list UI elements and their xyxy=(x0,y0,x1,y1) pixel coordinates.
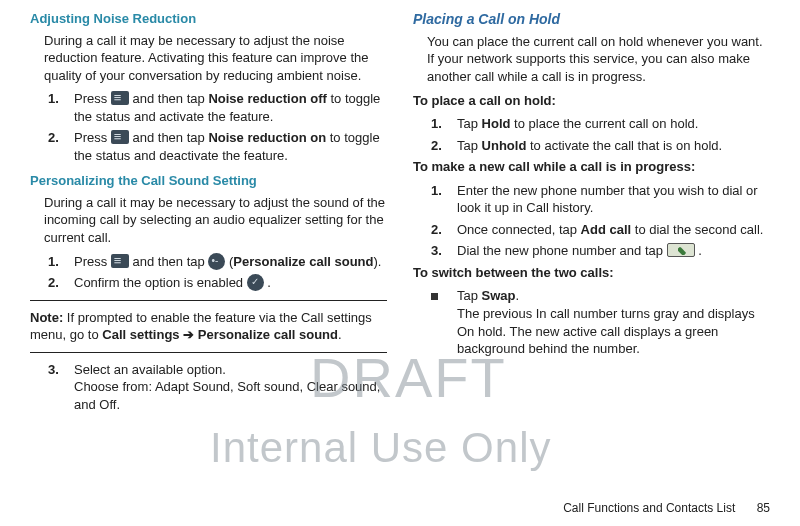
text: Tap xyxy=(457,138,482,153)
subheading-switch-calls: To switch between the two calls: xyxy=(413,264,770,282)
text: and then tap xyxy=(132,130,208,145)
text: Tap xyxy=(457,116,482,131)
page-number: 85 xyxy=(757,501,770,515)
step-number: 2. xyxy=(431,221,457,239)
note-label: Note: xyxy=(30,310,63,325)
heading-placing-hold: Placing a Call on Hold xyxy=(413,10,770,29)
watermark-internal: Internal Use Only xyxy=(210,420,551,477)
text: Press xyxy=(74,130,111,145)
noise-on-label: Noise reduction on xyxy=(208,130,326,145)
phone-call-icon xyxy=(667,243,695,257)
step-number: 1. xyxy=(48,253,74,271)
hold-step-1: 1. Tap Hold to place the current call on… xyxy=(431,115,770,133)
note: Note: If prompted to enable the feature … xyxy=(30,309,387,344)
bullet-square-icon xyxy=(431,287,457,357)
menu-icon xyxy=(111,254,129,268)
equalizer-icon xyxy=(208,253,225,270)
text: to activate the call that is on hold. xyxy=(526,138,722,153)
hold-step-2: 2. Tap Unhold to activate the call that … xyxy=(431,137,770,155)
step-number: 1. xyxy=(48,90,74,125)
newcall-step-1: 1. Enter the new phone number that you w… xyxy=(431,182,770,217)
footer-chapter: Call Functions and Contacts List xyxy=(563,501,735,515)
sound-step-3: 3. Select an available option. Choose fr… xyxy=(48,361,387,414)
text: Once connected, tap xyxy=(457,222,581,237)
step-3-line-2: Choose from: Adapt Sound, Soft sound, Cl… xyxy=(74,378,387,413)
heading-personalize-sound: Personalizing the Call Sound Setting xyxy=(30,172,387,190)
add-call-label: Add call xyxy=(581,222,632,237)
swap-description: The previous In call number turns gray a… xyxy=(457,305,770,358)
text: . xyxy=(516,288,520,303)
personalize-label: Personalize call sound xyxy=(233,254,373,269)
menu-icon xyxy=(111,130,129,144)
step-number: 2. xyxy=(48,274,74,292)
sound-step-1: 1. Press and then tap (Personalize call … xyxy=(48,253,387,271)
text: ). xyxy=(374,254,382,269)
noise-step-2: 2. Press and then tap Noise reduction on… xyxy=(48,129,387,164)
text: to dial the second call. xyxy=(631,222,763,237)
hold-label: Hold xyxy=(482,116,511,131)
newcall-step-2: 2. Once connected, tap Add call to dial … xyxy=(431,221,770,239)
menu-icon xyxy=(111,91,129,105)
hold-intro: You can place the current call on hold w… xyxy=(427,33,770,86)
step-number: 2. xyxy=(48,129,74,164)
step-number: 3. xyxy=(48,361,74,414)
text: . xyxy=(698,243,702,258)
note-path: Call settings ➔ Personalize call sound xyxy=(102,327,338,342)
step-number: 2. xyxy=(431,137,457,155)
noise-step-1: 1. Press and then tap Noise reduction of… xyxy=(48,90,387,125)
text: Tap xyxy=(457,288,482,303)
step-number: 1. xyxy=(431,182,457,217)
step-3-line-1: Select an available option. xyxy=(74,361,387,379)
text: and then tap xyxy=(132,91,208,106)
personalize-intro: During a call it may be necessary to adj… xyxy=(44,194,387,247)
text: Enter the new phone number that you wish… xyxy=(457,182,770,217)
text: Confirm the option is enabled xyxy=(74,275,247,290)
page-footer: Call Functions and Contacts List 85 xyxy=(563,500,770,516)
text: Dial the new phone number and tap xyxy=(457,243,667,258)
text: . xyxy=(267,275,271,290)
subheading-new-call: To make a new call while a call is in pr… xyxy=(413,158,770,176)
subheading-place-hold: To place a call on hold: xyxy=(413,92,770,110)
swap-bullet: Tap Swap. The previous In call number tu… xyxy=(431,287,770,357)
newcall-step-3: 3. Dial the new phone number and tap . xyxy=(431,242,770,260)
unhold-label: Unhold xyxy=(482,138,527,153)
step-number: 3. xyxy=(431,242,457,260)
noise-off-label: Noise reduction off xyxy=(208,91,326,106)
sound-step-2: 2. Confirm the option is enabled . xyxy=(48,274,387,292)
step-number: 1. xyxy=(431,115,457,133)
text: Press xyxy=(74,254,111,269)
heading-adjusting-noise: Adjusting Noise Reduction xyxy=(30,10,387,28)
swap-label: Swap xyxy=(482,288,516,303)
checkmark-icon xyxy=(247,274,264,291)
noise-reduction-intro: During a call it may be necessary to adj… xyxy=(44,32,387,85)
text: Press xyxy=(74,91,111,106)
separator xyxy=(30,352,387,353)
text: and then tap xyxy=(132,254,208,269)
separator xyxy=(30,300,387,301)
text: to place the current call on hold. xyxy=(510,116,698,131)
note-end: . xyxy=(338,327,342,342)
